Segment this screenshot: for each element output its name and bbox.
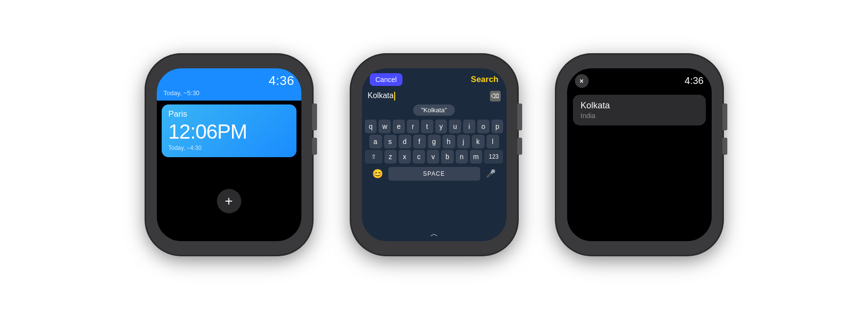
header-time: 4:36 [164, 73, 295, 88]
numbers-key[interactable]: 123 [484, 150, 503, 164]
shift-key[interactable]: ⇧ [365, 150, 382, 164]
key-e[interactable]: e [393, 120, 405, 133]
paris-city-sub: Today, −4:30 [169, 144, 290, 151]
key-row-3: ⇧ z x c v b n m 123 [365, 150, 504, 164]
key-s[interactable]: s [384, 135, 397, 148]
chevron-up-icon[interactable]: ︿ [430, 229, 438, 239]
watch-3: × 4:36 Kolkata India [556, 55, 722, 255]
key-q[interactable]: q [365, 120, 377, 133]
search-button[interactable]: Search [471, 75, 499, 84]
paris-card[interactable]: Paris 12:06PM Today, −4:30 [162, 104, 296, 157]
watch-2: Cancel Search Kolkata ⌫ "Kolkata" q w e … [351, 55, 517, 255]
watch-screen-1: 4:36 Today, −5:30 Paris 12:06PM Today, −… [157, 68, 301, 241]
search-text-field[interactable]: Kolkata [368, 91, 487, 101]
close-button[interactable]: × [575, 74, 589, 88]
watch-side-btn-2 [517, 138, 522, 155]
result-time: 4:36 [685, 75, 704, 86]
key-c[interactable]: c [413, 150, 425, 164]
key-b[interactable]: b [441, 150, 453, 164]
key-h[interactable]: h [443, 135, 455, 148]
key-g[interactable]: g [428, 135, 441, 148]
paris-city-time: 12:06PM [169, 120, 290, 144]
watch-crown-1 [312, 103, 317, 130]
key-row-1: q w e r t y u i o p [365, 120, 504, 133]
watch-side-btn-1 [312, 138, 317, 155]
watch-screen-3: × 4:36 Kolkata India [567, 68, 712, 241]
key-o[interactable]: o [477, 120, 489, 133]
key-w[interactable]: w [379, 120, 391, 133]
clear-button[interactable]: ⌫ [490, 91, 501, 102]
key-p[interactable]: p [491, 120, 504, 133]
search-input-text: Kolkata [368, 91, 394, 100]
search-input-row: Kolkata ⌫ [362, 89, 507, 103]
key-n[interactable]: n [456, 150, 468, 164]
key-z[interactable]: z [384, 150, 397, 164]
watch-side-btn-3 [722, 138, 727, 155]
key-l[interactable]: l [487, 135, 499, 148]
key-x[interactable]: x [399, 150, 411, 164]
chevron-row: ︿ [362, 229, 507, 241]
cancel-button[interactable]: Cancel [370, 73, 403, 86]
key-u[interactable]: u [449, 120, 461, 133]
result-item[interactable]: Kolkata India [573, 95, 706, 125]
key-j[interactable]: j [457, 135, 470, 148]
search-toolbar: Cancel Search [362, 68, 507, 89]
header-sub: Today, −5:30 [164, 89, 295, 97]
keyboard-area: q w e r t y u i o p a s d f g h j k l [362, 118, 507, 229]
key-f[interactable]: f [413, 135, 426, 148]
suggestion-pill[interactable]: "Kolkata" [413, 104, 455, 116]
text-cursor [394, 92, 395, 101]
key-y[interactable]: y [435, 120, 447, 133]
key-i[interactable]: i [463, 120, 475, 133]
watch-screen-2: Cancel Search Kolkata ⌫ "Kolkata" q w e … [362, 68, 507, 241]
add-city-button[interactable]: + [217, 189, 241, 213]
emoji-key[interactable]: 😊 [369, 167, 386, 181]
key-r[interactable]: r [407, 120, 419, 133]
add-button-area: + [157, 161, 301, 241]
key-d[interactable]: d [399, 135, 411, 148]
watch-crown-3 [722, 103, 727, 130]
key-v[interactable]: v [427, 150, 439, 164]
result-city-name: Kolkata [581, 101, 698, 111]
paris-city-name: Paris [169, 109, 290, 119]
watch-1: 4:36 Today, −5:30 Paris 12:06PM Today, −… [146, 55, 312, 255]
space-key[interactable]: SPACE [388, 167, 480, 181]
key-a[interactable]: a [369, 135, 382, 148]
clock-header: 4:36 Today, −5:30 [157, 68, 301, 101]
key-row-2: a s d f g h j k l [365, 135, 504, 148]
result-country-name: India [581, 112, 698, 120]
mic-key[interactable]: 🎤 [482, 167, 500, 181]
watch-crown-2 [517, 103, 522, 130]
key-m[interactable]: m [470, 150, 482, 164]
key-t[interactable]: t [421, 120, 433, 133]
key-k[interactable]: k [472, 135, 485, 148]
bottom-row: 😊 SPACE 🎤 [365, 165, 504, 184]
suggestion-row: "Kolkata" [362, 103, 507, 118]
result-header: × 4:36 [567, 68, 712, 92]
